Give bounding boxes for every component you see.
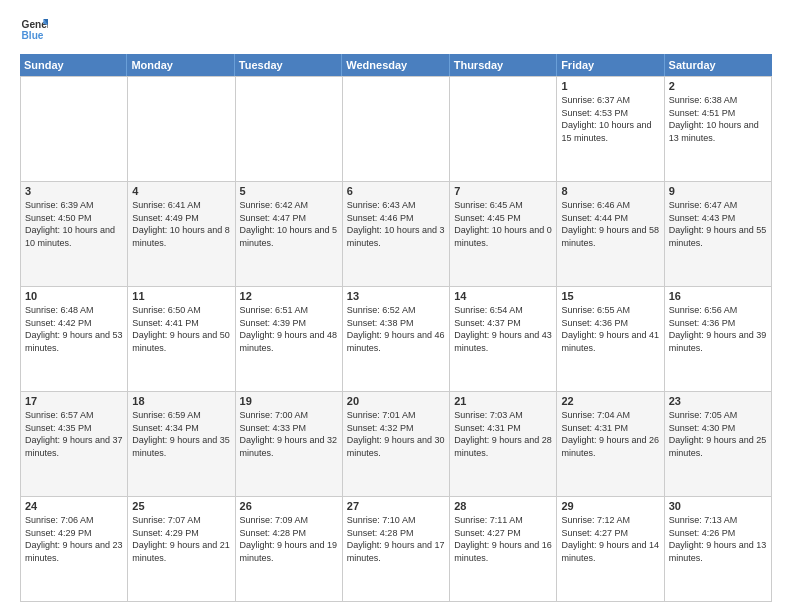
day-cell-25: 25Sunrise: 7:07 AMSunset: 4:29 PMDayligh… [128, 497, 235, 602]
svg-text:Blue: Blue [22, 30, 44, 41]
day-cell-15: 15Sunrise: 6:55 AMSunset: 4:36 PMDayligh… [557, 287, 664, 392]
day-number: 9 [669, 185, 767, 197]
day-info: Sunrise: 6:56 AMSunset: 4:36 PMDaylight:… [669, 304, 767, 354]
day-info: Sunrise: 6:48 AMSunset: 4:42 PMDaylight:… [25, 304, 123, 354]
day-info: Sunrise: 7:04 AMSunset: 4:31 PMDaylight:… [561, 409, 659, 459]
header-day-saturday: Saturday [665, 54, 772, 76]
logo-icon: General Blue [20, 16, 48, 44]
day-cell-9: 9Sunrise: 6:47 AMSunset: 4:43 PMDaylight… [665, 182, 772, 287]
day-number: 18 [132, 395, 230, 407]
day-info: Sunrise: 7:07 AMSunset: 4:29 PMDaylight:… [132, 514, 230, 564]
header-day-monday: Monday [127, 54, 234, 76]
header-day-friday: Friday [557, 54, 664, 76]
day-info: Sunrise: 6:41 AMSunset: 4:49 PMDaylight:… [132, 199, 230, 249]
logo: General Blue [20, 16, 52, 44]
day-number: 7 [454, 185, 552, 197]
day-number: 12 [240, 290, 338, 302]
day-info: Sunrise: 7:00 AMSunset: 4:33 PMDaylight:… [240, 409, 338, 459]
day-cell-24: 24Sunrise: 7:06 AMSunset: 4:29 PMDayligh… [21, 497, 128, 602]
day-number: 5 [240, 185, 338, 197]
day-cell-4: 4Sunrise: 6:41 AMSunset: 4:49 PMDaylight… [128, 182, 235, 287]
day-number: 8 [561, 185, 659, 197]
day-info: Sunrise: 6:47 AMSunset: 4:43 PMDaylight:… [669, 199, 767, 249]
day-cell-18: 18Sunrise: 6:59 AMSunset: 4:34 PMDayligh… [128, 392, 235, 497]
day-info: Sunrise: 7:12 AMSunset: 4:27 PMDaylight:… [561, 514, 659, 564]
day-cell-14: 14Sunrise: 6:54 AMSunset: 4:37 PMDayligh… [450, 287, 557, 392]
header-day-sunday: Sunday [20, 54, 127, 76]
day-cell-28: 28Sunrise: 7:11 AMSunset: 4:27 PMDayligh… [450, 497, 557, 602]
day-number: 21 [454, 395, 552, 407]
day-cell-21: 21Sunrise: 7:03 AMSunset: 4:31 PMDayligh… [450, 392, 557, 497]
calendar: SundayMondayTuesdayWednesdayThursdayFrid… [20, 54, 772, 602]
day-number: 4 [132, 185, 230, 197]
header: General Blue [20, 16, 772, 44]
day-cell-1: 1Sunrise: 6:37 AMSunset: 4:53 PMDaylight… [557, 77, 664, 182]
day-number: 3 [25, 185, 123, 197]
day-number: 19 [240, 395, 338, 407]
day-number: 26 [240, 500, 338, 512]
header-day-wednesday: Wednesday [342, 54, 449, 76]
day-cell-7: 7Sunrise: 6:45 AMSunset: 4:45 PMDaylight… [450, 182, 557, 287]
page: General Blue SundayMondayTuesdayWednesda… [0, 0, 792, 612]
day-cell-17: 17Sunrise: 6:57 AMSunset: 4:35 PMDayligh… [21, 392, 128, 497]
day-cell-3: 3Sunrise: 6:39 AMSunset: 4:50 PMDaylight… [21, 182, 128, 287]
day-number: 30 [669, 500, 767, 512]
day-info: Sunrise: 6:39 AMSunset: 4:50 PMDaylight:… [25, 199, 123, 249]
empty-cell [450, 77, 557, 182]
day-cell-20: 20Sunrise: 7:01 AMSunset: 4:32 PMDayligh… [343, 392, 450, 497]
day-info: Sunrise: 7:01 AMSunset: 4:32 PMDaylight:… [347, 409, 445, 459]
day-info: Sunrise: 6:37 AMSunset: 4:53 PMDaylight:… [561, 94, 659, 144]
header-day-tuesday: Tuesday [235, 54, 342, 76]
day-cell-8: 8Sunrise: 6:46 AMSunset: 4:44 PMDaylight… [557, 182, 664, 287]
day-info: Sunrise: 7:10 AMSunset: 4:28 PMDaylight:… [347, 514, 445, 564]
day-info: Sunrise: 7:06 AMSunset: 4:29 PMDaylight:… [25, 514, 123, 564]
day-number: 24 [25, 500, 123, 512]
day-number: 20 [347, 395, 445, 407]
day-cell-29: 29Sunrise: 7:12 AMSunset: 4:27 PMDayligh… [557, 497, 664, 602]
day-number: 25 [132, 500, 230, 512]
day-info: Sunrise: 7:09 AMSunset: 4:28 PMDaylight:… [240, 514, 338, 564]
day-info: Sunrise: 6:54 AMSunset: 4:37 PMDaylight:… [454, 304, 552, 354]
day-number: 2 [669, 80, 767, 92]
day-number: 11 [132, 290, 230, 302]
day-number: 6 [347, 185, 445, 197]
calendar-header: SundayMondayTuesdayWednesdayThursdayFrid… [20, 54, 772, 76]
day-info: Sunrise: 6:52 AMSunset: 4:38 PMDaylight:… [347, 304, 445, 354]
header-day-thursday: Thursday [450, 54, 557, 76]
day-number: 14 [454, 290, 552, 302]
day-cell-30: 30Sunrise: 7:13 AMSunset: 4:26 PMDayligh… [665, 497, 772, 602]
day-info: Sunrise: 6:45 AMSunset: 4:45 PMDaylight:… [454, 199, 552, 249]
day-info: Sunrise: 6:42 AMSunset: 4:47 PMDaylight:… [240, 199, 338, 249]
empty-cell [236, 77, 343, 182]
day-info: Sunrise: 6:51 AMSunset: 4:39 PMDaylight:… [240, 304, 338, 354]
day-number: 17 [25, 395, 123, 407]
day-cell-11: 11Sunrise: 6:50 AMSunset: 4:41 PMDayligh… [128, 287, 235, 392]
day-cell-5: 5Sunrise: 6:42 AMSunset: 4:47 PMDaylight… [236, 182, 343, 287]
day-info: Sunrise: 7:11 AMSunset: 4:27 PMDaylight:… [454, 514, 552, 564]
empty-cell [21, 77, 128, 182]
day-cell-19: 19Sunrise: 7:00 AMSunset: 4:33 PMDayligh… [236, 392, 343, 497]
day-cell-6: 6Sunrise: 6:43 AMSunset: 4:46 PMDaylight… [343, 182, 450, 287]
day-number: 1 [561, 80, 659, 92]
day-number: 16 [669, 290, 767, 302]
day-number: 15 [561, 290, 659, 302]
day-info: Sunrise: 6:55 AMSunset: 4:36 PMDaylight:… [561, 304, 659, 354]
day-cell-26: 26Sunrise: 7:09 AMSunset: 4:28 PMDayligh… [236, 497, 343, 602]
empty-cell [343, 77, 450, 182]
day-info: Sunrise: 6:59 AMSunset: 4:34 PMDaylight:… [132, 409, 230, 459]
empty-cell [128, 77, 235, 182]
day-cell-12: 12Sunrise: 6:51 AMSunset: 4:39 PMDayligh… [236, 287, 343, 392]
day-info: Sunrise: 7:05 AMSunset: 4:30 PMDaylight:… [669, 409, 767, 459]
day-cell-27: 27Sunrise: 7:10 AMSunset: 4:28 PMDayligh… [343, 497, 450, 602]
day-cell-13: 13Sunrise: 6:52 AMSunset: 4:38 PMDayligh… [343, 287, 450, 392]
day-info: Sunrise: 6:46 AMSunset: 4:44 PMDaylight:… [561, 199, 659, 249]
day-info: Sunrise: 7:13 AMSunset: 4:26 PMDaylight:… [669, 514, 767, 564]
day-number: 23 [669, 395, 767, 407]
day-cell-10: 10Sunrise: 6:48 AMSunset: 4:42 PMDayligh… [21, 287, 128, 392]
day-number: 10 [25, 290, 123, 302]
day-number: 22 [561, 395, 659, 407]
day-info: Sunrise: 6:50 AMSunset: 4:41 PMDaylight:… [132, 304, 230, 354]
day-info: Sunrise: 6:43 AMSunset: 4:46 PMDaylight:… [347, 199, 445, 249]
day-info: Sunrise: 6:38 AMSunset: 4:51 PMDaylight:… [669, 94, 767, 144]
day-info: Sunrise: 6:57 AMSunset: 4:35 PMDaylight:… [25, 409, 123, 459]
